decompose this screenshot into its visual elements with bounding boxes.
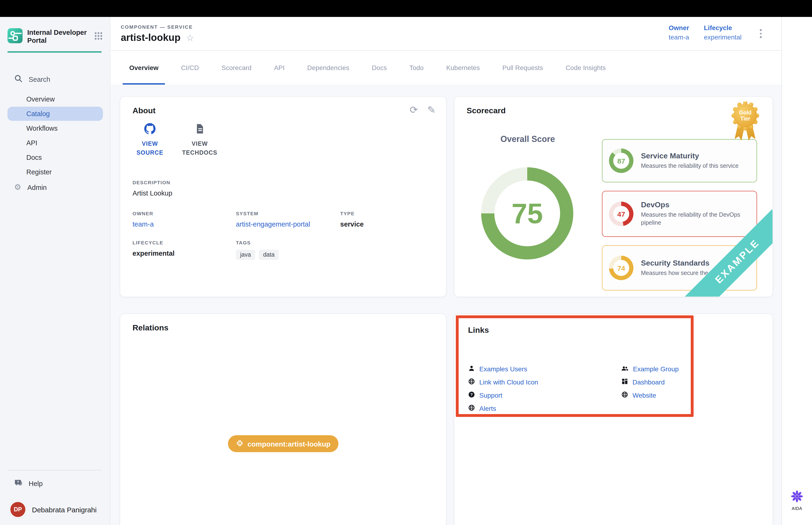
tags-label: TAGS — [236, 240, 279, 245]
aida-widget[interactable]: AIDA — [782, 490, 812, 511]
gear-icon: ⚙ — [14, 183, 21, 191]
score-donut: 74 — [609, 256, 633, 280]
user-menu[interactable]: DP Debabrata Panigrahi — [10, 501, 96, 518]
overall-score-donut: 75 — [481, 167, 573, 259]
about-title: About — [133, 106, 155, 116]
entity-tabs: Overview CI/CD Scorecard API Dependencie… — [110, 51, 781, 85]
relations-card: Relations component:artist-lookup — [120, 314, 446, 525]
refresh-icon[interactable]: ⟳ — [410, 104, 418, 116]
entity-chip[interactable]: component:artist-lookup — [228, 435, 338, 452]
tab-cicd[interactable]: CI/CD — [170, 51, 210, 85]
sidebar-nav: Overview Catalog Workflows API Docs Regi… — [7, 92, 103, 180]
example-ribbon: EXAMPLE — [683, 210, 772, 297]
system-value-link[interactable]: artist-engagement-portal — [236, 221, 310, 228]
main-area: COMPONENT — SERVICE artist-lookup ☆ Owne… — [110, 17, 781, 525]
system-label: SYSTEM — [236, 211, 310, 216]
tab-kubernetes[interactable]: Kubernetes — [435, 51, 491, 85]
score-donut: 47 — [609, 201, 633, 226]
brand-divider — [7, 51, 102, 52]
sidebar-item-catalog[interactable]: Catalog — [7, 107, 103, 121]
breadcrumb: COMPONENT — SERVICE — [121, 24, 193, 30]
app-window: Internal Developer Portal Search Overvie… — [0, 0, 812, 525]
links-highlight-box: Links Examples Users — [456, 315, 693, 417]
tab-dependencies[interactable]: Dependencies — [296, 51, 361, 85]
apps-grid-icon[interactable] — [94, 31, 103, 42]
entity-header: COMPONENT — SERVICE artist-lookup ☆ Owne… — [110, 17, 781, 51]
tag-chip[interactable]: data — [259, 250, 279, 260]
owner-link[interactable]: team-a — [669, 33, 689, 41]
link-website[interactable]: Website — [621, 389, 679, 402]
more-options-icon[interactable] — [760, 29, 762, 38]
globe-icon — [468, 378, 475, 387]
link-examples-users[interactable]: Examples Users — [468, 362, 538, 376]
user-icon — [468, 364, 475, 373]
link-support[interactable]: ? Support — [468, 389, 538, 402]
header-owner: Owner team-a — [669, 24, 689, 41]
content-area: About ⟳ ✎ VIEW SOURCE — [110, 85, 781, 525]
sidebar-item-workflows[interactable]: Workflows — [7, 121, 103, 135]
tag-chip[interactable]: java — [236, 250, 255, 260]
favorite-star-icon[interactable]: ☆ — [186, 33, 194, 42]
sidebar-item-help[interactable]: ? Help — [14, 479, 43, 489]
edit-pencil-icon[interactable]: ✎ — [427, 104, 435, 116]
link-example-group[interactable]: Example Group — [621, 362, 679, 376]
tab-todo[interactable]: Todo — [398, 51, 435, 85]
lifecycle-value: experimental — [133, 250, 174, 257]
type-value: service — [340, 221, 364, 228]
help-chat-icon: ? — [14, 479, 23, 489]
globe-icon — [468, 404, 475, 413]
svg-text:Tier: Tier — [740, 116, 750, 122]
sidebar-item-overview[interactable]: Overview — [7, 92, 103, 106]
header-lifecycle: Lifecycle experimental — [704, 24, 741, 41]
avatar: DP — [10, 501, 26, 518]
links-card: Links Examples Users — [454, 314, 773, 525]
scorecard-card: Scorecard Gold — [454, 96, 773, 297]
description-label: DESCRIPTION — [133, 180, 172, 185]
sidebar-item-admin[interactable]: ⚙ Admin — [14, 183, 47, 191]
sidebar-item-docs[interactable]: Docs — [7, 150, 103, 165]
svg-text:?: ? — [17, 480, 19, 484]
link-with-cloud-icon[interactable]: Link with Cloud Icon — [468, 376, 538, 389]
sidebar-item-register[interactable]: Register — [7, 165, 103, 179]
view-techdocs-button[interactable]: VIEW TECHDOCS — [180, 123, 220, 158]
type-label: TYPE — [340, 211, 364, 216]
sidebar-item-search[interactable]: Search — [14, 74, 50, 84]
globe-icon — [621, 391, 628, 400]
help-circle-icon: ? — [468, 391, 475, 400]
lifecycle-label: LIFECYCLE — [133, 240, 174, 245]
gold-tier-badge: Gold Tier — [730, 102, 760, 149]
tab-code-insights[interactable]: Code Insights — [554, 51, 617, 85]
owner-label: OWNER — [133, 211, 154, 216]
brand: Internal Developer Portal — [7, 28, 103, 45]
sidebar-item-api[interactable]: API — [7, 136, 103, 150]
aida-label: AIDA — [782, 506, 812, 511]
document-icon — [194, 123, 205, 136]
sidebar: Internal Developer Portal Search Overvie… — [0, 17, 110, 525]
tab-docs[interactable]: Docs — [361, 51, 398, 85]
overall-score-value: 75 — [511, 197, 543, 229]
tab-overview[interactable]: Overview — [118, 51, 170, 85]
tab-pull-requests[interactable]: Pull Requests — [491, 51, 554, 85]
aida-flower-icon — [791, 490, 803, 503]
right-gutter: AIDA — [781, 17, 812, 525]
description-value: Artist Lookup — [133, 190, 172, 197]
link-dashboard[interactable]: Dashboard — [621, 376, 679, 389]
view-source-button[interactable]: VIEW SOURCE — [130, 123, 170, 158]
about-card: About ⟳ ✎ VIEW SOURCE — [120, 96, 446, 297]
page-title: artist-lookup — [121, 32, 181, 43]
score-donut: 87 — [609, 149, 633, 173]
link-alerts[interactable]: Alerts — [468, 402, 538, 415]
dashboard-icon — [621, 378, 628, 387]
group-icon — [621, 364, 629, 373]
tab-scorecard[interactable]: Scorecard — [210, 51, 263, 85]
relations-title: Relations — [133, 324, 168, 333]
owner-value-link[interactable]: team-a — [133, 221, 154, 228]
svg-text:?: ? — [470, 392, 473, 397]
search-icon — [14, 74, 22, 84]
sidebar-bottom-divider — [7, 470, 102, 470]
chip-icon — [236, 439, 243, 448]
tab-api[interactable]: API — [263, 51, 296, 85]
top-black-bar — [0, 0, 812, 17]
github-icon — [144, 123, 155, 136]
portal-logo-icon — [7, 28, 22, 45]
